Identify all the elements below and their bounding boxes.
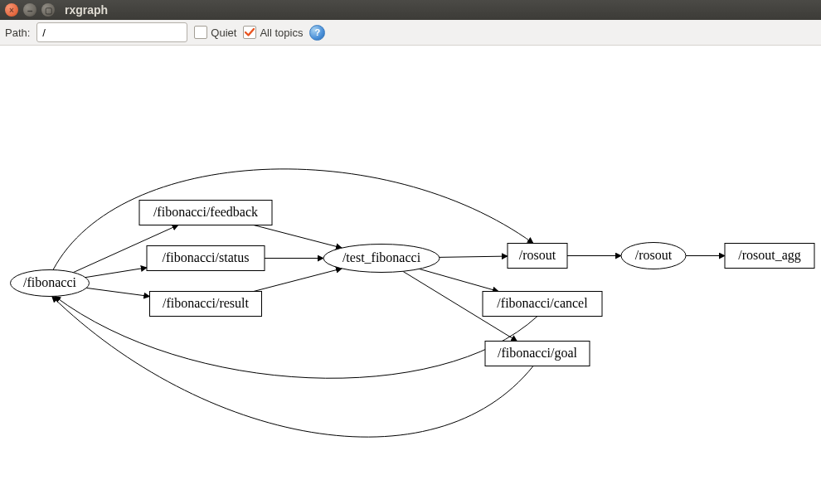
graph-node-label-fibonacci: /fibonacci bbox=[23, 275, 77, 289]
graph-node-label-test_fibonacci: /test_fibonacci bbox=[342, 250, 421, 264]
graph-edge-cancel-to-fibonacci bbox=[55, 296, 537, 378]
graph-node-label-feedback: /fibonacci/feedback bbox=[153, 205, 258, 219]
close-icon[interactable]: × bbox=[5, 3, 18, 17]
graph-svg: /fibonacci/fibonacci/feedback/fibonacci/… bbox=[0, 46, 821, 504]
minimize-icon[interactable]: ‒ bbox=[23, 3, 36, 17]
path-input[interactable] bbox=[37, 27, 187, 39]
quiet-label: Quiet bbox=[211, 27, 236, 39]
path-combo[interactable] bbox=[36, 22, 187, 42]
window-title: rxgraph bbox=[65, 3, 108, 17]
quiet-checkbox-wrap[interactable]: Quiet bbox=[194, 26, 236, 39]
graph-node-label-rosout_agg: /rosout_agg bbox=[738, 248, 801, 263]
check-icon bbox=[245, 27, 255, 37]
graph-edge-test_fibonacci-to-rosout_topic bbox=[440, 256, 508, 257]
app-window: × ‒ ▢ rxgraph Path: Quiet All topics bbox=[0, 0, 821, 504]
graph-node-label-cancel: /fibonacci/cancel bbox=[497, 296, 588, 310]
alltopics-checkbox[interactable] bbox=[243, 26, 256, 39]
graph-edge-test_fibonacci-to-cancel bbox=[420, 269, 499, 291]
path-label: Path: bbox=[5, 27, 30, 39]
quiet-checkbox[interactable] bbox=[194, 26, 207, 39]
path-dropdown-button[interactable] bbox=[187, 23, 187, 41]
graph-edge-goal-to-fibonacci bbox=[52, 296, 533, 437]
graph-edge-fibonacci-to-result bbox=[86, 288, 149, 296]
toolbar: Path: Quiet All topics ? bbox=[0, 20, 821, 46]
alltopics-label: All topics bbox=[260, 27, 303, 39]
help-icon[interactable]: ? bbox=[309, 25, 325, 41]
alltopics-checkbox-wrap[interactable]: All topics bbox=[243, 26, 303, 39]
graph-edge-result-to-test_fibonacci bbox=[254, 269, 342, 292]
maximize-icon[interactable]: ▢ bbox=[41, 3, 55, 17]
graph-node-label-rosout_topic: /rosout bbox=[519, 248, 556, 262]
graph-node-label-rosout_node: /rosout bbox=[635, 248, 673, 262]
graph-node-label-status: /fibonacci/status bbox=[163, 250, 250, 264]
graph-edge-fibonacci-to-status bbox=[85, 268, 147, 278]
graph-node-label-result: /fibonacci/result bbox=[163, 296, 250, 310]
graph-canvas[interactable]: /fibonacci/fibonacci/feedback/fibonacci/… bbox=[0, 46, 821, 504]
graph-edge-feedback-to-test_fibonacci bbox=[254, 225, 342, 249]
titlebar[interactable]: × ‒ ▢ rxgraph bbox=[0, 0, 821, 20]
graph-node-label-goal: /fibonacci/goal bbox=[498, 346, 578, 361]
graph-edge-fibonacci-to-rosout_topic bbox=[53, 169, 533, 270]
